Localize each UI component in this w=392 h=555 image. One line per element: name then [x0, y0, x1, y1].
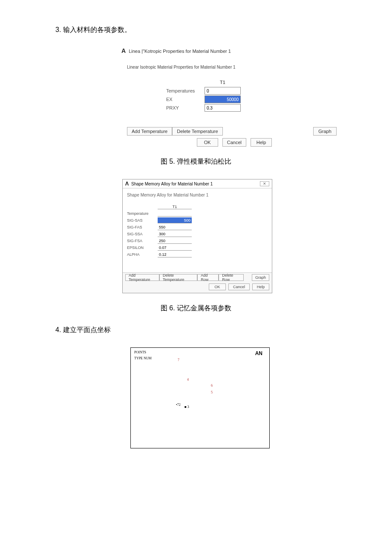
dialog1-title-text: Linea |"Kotropic Properties for Material… — [129, 49, 231, 54]
dialog1-row-ex-label: EX — [166, 97, 205, 102]
d2-cell-2[interactable]: 550 — [158, 224, 192, 230]
plot-label-typenum: TYPE NUM — [134, 356, 152, 360]
d2-label-3: SIG-SSA — [127, 232, 158, 236]
plot-label-points: POINTS — [134, 350, 146, 354]
plot-point-3: ■ 3 — [184, 405, 189, 409]
d2-cell-3[interactable]: 300 — [158, 231, 192, 237]
plot-point-4: 4 — [187, 378, 189, 382]
dialog1-row-prxy-value[interactable]: 0.3 — [205, 104, 241, 112]
dialog1-title: A Linea |"Kotropic Properties for Materi… — [121, 47, 337, 54]
dialog2: Λ Shape Memory Alloy for Material Number… — [122, 179, 272, 293]
d2-cell-1[interactable]: 500 — [158, 217, 192, 223]
help-button[interactable]: Help — [251, 138, 272, 147]
add-row-button[interactable]: Add Row — [197, 274, 219, 281]
points-plot: POINTS TYPE NUM AN 7 4 6 5 •72 ■ 3 — [130, 347, 270, 448]
delete-temperature-button[interactable]: Delete Temperature — [172, 127, 222, 136]
ok-button-2[interactable]: OK — [209, 283, 226, 290]
dialog2-titlebar: Λ Shape Memory Alloy for Material Number… — [123, 179, 272, 188]
add-temperature-button[interactable]: Add Temperature — [127, 127, 172, 136]
d2-cell-5[interactable]: 0.07 — [158, 245, 192, 251]
dialog1-button-row1: Add Temperature Delete Temperature Graph — [127, 127, 337, 136]
plot-point-5: 5 — [211, 390, 213, 394]
d2-label-0: Temperature — [127, 211, 158, 216]
plot-point-6: 6 — [211, 384, 213, 387]
section-3-heading: 3. 输入材料的各项参数。 — [55, 26, 337, 35]
dialog2-subtitle: Shape Memory Alloy for Material Number 1 — [127, 193, 268, 197]
dialog1-subtitle: Linear Isotropic Material Properties for… — [127, 65, 337, 69]
d2-label-1: SIG-SAS — [127, 218, 158, 223]
add-temperature-button-2[interactable]: Add Temperature — [125, 274, 159, 281]
d2-label-6: ALPHA — [127, 252, 158, 257]
cancel-button-2[interactable]: Cancel — [228, 283, 250, 290]
figure-6-caption: 图 6. 记忆金属各项参数 — [55, 304, 337, 313]
dialog2-button-row2: OK Cancel Help — [123, 282, 272, 293]
dialog2-title-text: Shape Memory Alloy for Material Number 1 — [131, 182, 213, 186]
d2-label-2: SIG-FAS — [127, 225, 158, 229]
close-icon[interactable]: ✕ — [260, 181, 269, 186]
d2-cell-0[interactable] — [158, 211, 192, 217]
delete-row-button[interactable]: Delete Row — [219, 274, 244, 281]
figure-5-caption: 图 5. 弹性模量和泊松比 — [55, 157, 337, 166]
dialog1-table: T1 Temperatures 0 EX 50000 PRXY 0.3 — [166, 78, 337, 112]
plot-brand: AN — [255, 350, 262, 356]
dialog1-col-header: T1 — [205, 80, 241, 85]
dialog1-button-row2: OK Cancel Help — [127, 138, 272, 147]
plot-point-72: •72 — [176, 403, 181, 407]
delete-temperature-button-2[interactable]: Delete Temperature — [159, 274, 197, 281]
d2-label-5: EPSILON — [127, 246, 158, 250]
dialog1-row-temperatures-label: Temperatures — [166, 88, 205, 93]
graph-button-2[interactable]: Graph — [252, 274, 269, 281]
dialog2-col-header: T1 — [158, 205, 192, 209]
d2-cell-4[interactable]: 250 — [158, 238, 192, 244]
dialog1-row-temperatures-value[interactable]: 0 — [205, 87, 241, 95]
help-button-2[interactable]: Help — [252, 283, 269, 290]
app-icon: Λ — [125, 181, 129, 187]
dialog1-row-prxy-label: PRXY — [166, 105, 205, 110]
graph-button[interactable]: Graph — [313, 127, 337, 136]
d2-label-4: SIG-FSA — [127, 239, 158, 243]
dialog1-row-ex-value[interactable]: 50000 — [205, 95, 241, 103]
ok-button[interactable]: OK — [197, 138, 218, 147]
d2-cell-6[interactable]: 0.12 — [158, 251, 192, 257]
dialog2-button-row1: Add Temperature Delete Temperature Add R… — [123, 272, 272, 282]
plot-point-7: 7 — [178, 358, 179, 362]
dialog2-table: T1 Temperature SIG-SAS500 SIG-FAS550 SIG… — [127, 203, 268, 258]
dialog1-title-prefix: A — [121, 47, 126, 54]
section-4-heading: 4. 建立平面点坐标 — [55, 326, 337, 335]
cancel-button[interactable]: Cancel — [222, 138, 246, 147]
